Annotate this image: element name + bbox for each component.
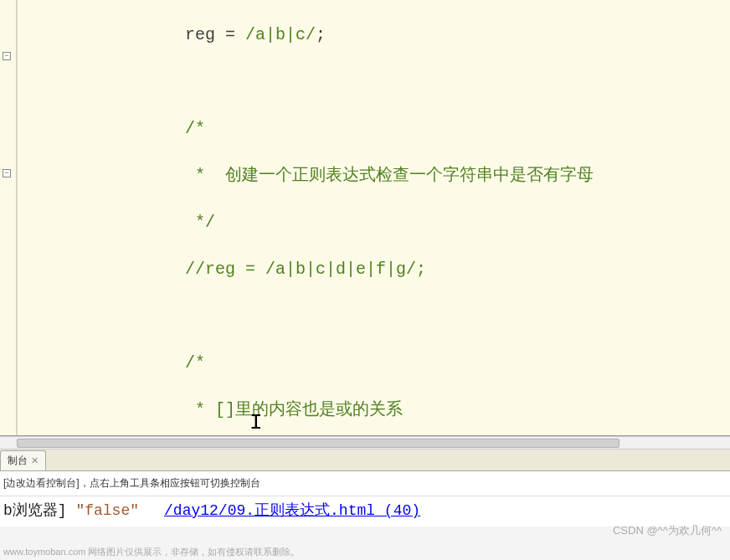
console-panel: 制台 ✕ [边改边看控制台]，点右上角工具条相应按钮可切换控制台 b浏览器] "… bbox=[0, 435, 730, 560]
code-line[interactable]: * []里的内容也是或的关系 bbox=[185, 398, 730, 422]
fold-toggle-icon[interactable]: − bbox=[3, 169, 11, 177]
close-icon[interactable]: ✕ bbox=[31, 455, 39, 466]
code-content[interactable]: reg = /a|b|c/; /* * 创建一个正则表达式检查一个字符串中是否有… bbox=[17, 0, 730, 435]
horizontal-scrollbar[interactable] bbox=[0, 436, 730, 450]
panel-hint-text: [边改边看控制台]，点右上角工具条相应按钮可切换控制台 bbox=[0, 471, 730, 496]
code-line[interactable]: /* bbox=[185, 117, 730, 141]
console-source: b浏览器] bbox=[3, 502, 75, 519]
code-line[interactable]: reg = /a|b|c/; bbox=[185, 23, 730, 47]
scrollbar-thumb[interactable] bbox=[17, 439, 619, 448]
console-value: "false" bbox=[75, 502, 139, 519]
code-line[interactable] bbox=[185, 70, 730, 94]
code-line[interactable]: //reg = /a|b|c|d|e|f|g/; bbox=[185, 258, 730, 281]
panel-tabs: 制台 ✕ bbox=[0, 450, 730, 471]
tab-label: 制台 bbox=[8, 454, 28, 468]
code-editor[interactable]: − − reg = /a|b|c/; /* * 创建一个正则表达式检查一个字符串… bbox=[0, 0, 730, 435]
code-line[interactable]: /* bbox=[185, 352, 730, 375]
fold-toggle-icon[interactable]: − bbox=[3, 52, 11, 60]
console-tab[interactable]: 制台 ✕ bbox=[0, 450, 46, 470]
console-output-row: b浏览器] "false" /day12/09.正则表达式.html (40) bbox=[0, 496, 730, 527]
fold-gutter: − − bbox=[0, 0, 17, 435]
code-line[interactable]: */ bbox=[185, 211, 730, 234]
code-line[interactable] bbox=[185, 305, 730, 328]
code-line[interactable]: * 创建一个正则表达式检查一个字符串中是否有字母 bbox=[185, 164, 730, 188]
console-source-link[interactable]: /day12/09.正则表达式.html (40) bbox=[164, 500, 420, 520]
